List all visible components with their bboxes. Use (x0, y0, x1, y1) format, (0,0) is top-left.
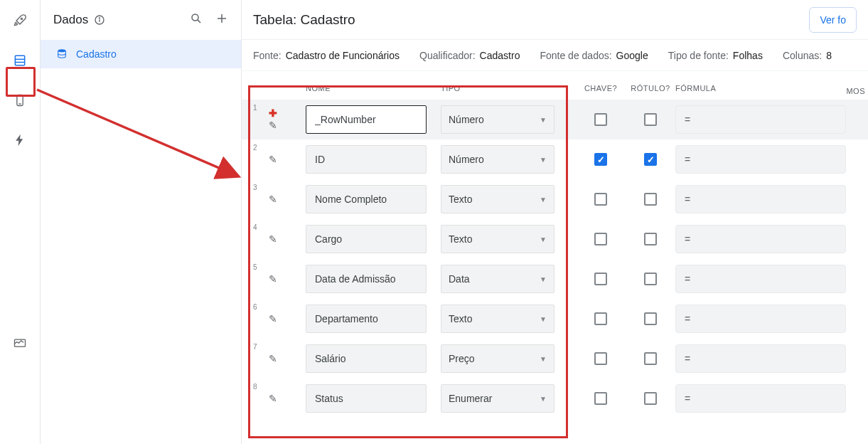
nav-rail (0, 0, 41, 444)
label-checkbox[interactable] (644, 153, 657, 166)
formula-field[interactable]: = (675, 185, 846, 213)
column-name-input[interactable] (306, 344, 427, 373)
col-tipo: TIPO (441, 84, 576, 92)
table-row: 1✚✎Número▼= (242, 100, 868, 139)
column-type-select[interactable]: Texto▼ (441, 305, 554, 333)
key-checkbox[interactable] (594, 153, 607, 166)
info-icon[interactable] (94, 14, 105, 26)
column-name-input[interactable] (306, 384, 427, 413)
bolt-icon[interactable] (9, 130, 31, 151)
svg-rect-1 (15, 56, 24, 65)
label-checkbox[interactable] (644, 273, 657, 285)
pencil-icon[interactable]: ✎ (269, 154, 277, 165)
type-label: Preço (449, 353, 475, 364)
row-actions: ✎ (264, 154, 306, 165)
key-checkbox[interactable] (594, 233, 607, 245)
formula-field[interactable]: = (675, 225, 846, 253)
meta-fonte-v: Cadastro de Funcionários (286, 50, 400, 61)
label-checkbox[interactable] (644, 392, 657, 405)
chevron-down-icon: ▼ (540, 116, 547, 124)
column-type-select[interactable]: Data▼ (441, 265, 554, 293)
add-icon[interactable] (215, 12, 228, 28)
type-label: Data (449, 273, 470, 285)
table-row: 6✎Texto▼= (242, 299, 868, 339)
row-actions: ✎ (264, 194, 306, 205)
meta-tf-k: Tipo de fonte: (668, 50, 729, 61)
col-chave: CHAVE? (576, 84, 626, 92)
table-row: 4✎Texto▼= (242, 219, 868, 259)
column-type-select[interactable]: Número▼ (441, 105, 554, 134)
label-checkbox[interactable] (644, 233, 657, 245)
label-checkbox[interactable] (644, 352, 657, 365)
svg-point-9 (100, 18, 100, 18)
chevron-down-icon: ▼ (540, 196, 547, 204)
pencil-icon[interactable]: ✎ (269, 120, 277, 131)
label-checkbox[interactable] (644, 193, 657, 206)
data-icon[interactable] (9, 50, 31, 71)
column-name-input[interactable] (306, 225, 427, 253)
row-number: 1 (253, 100, 264, 112)
pencil-icon[interactable]: ✎ (269, 273, 277, 285)
table-row: 2✎Número▼= (242, 139, 868, 179)
page-title: Tabela: Cadastro (253, 12, 355, 28)
meta-qual-k: Qualificador: (419, 50, 476, 61)
monitor-icon[interactable] (9, 333, 31, 354)
column-name-input[interactable] (306, 185, 427, 213)
col-nome: NOME (306, 84, 441, 92)
key-checkbox[interactable] (594, 392, 607, 405)
row-number: 7 (253, 339, 264, 351)
key-checkbox[interactable] (594, 352, 607, 365)
key-checkbox[interactable] (594, 193, 607, 206)
column-type-select[interactable]: Número▼ (441, 145, 554, 174)
column-type-select[interactable]: Texto▼ (441, 185, 554, 213)
meta-fonte-k: Fonte: (253, 50, 282, 61)
column-type-select[interactable]: Texto▼ (441, 225, 554, 253)
key-checkbox[interactable] (594, 273, 607, 285)
formula-field[interactable]: = (675, 344, 846, 373)
chevron-down-icon: ▼ (540, 315, 547, 323)
search-icon[interactable] (190, 12, 203, 28)
column-type-select[interactable]: Enumerar▼ (441, 384, 554, 413)
column-name-input[interactable] (306, 305, 427, 333)
database-icon (56, 48, 68, 60)
formula-field[interactable]: = (675, 105, 846, 134)
type-label: Enumerar (449, 393, 492, 404)
formula-field[interactable]: = (675, 305, 846, 333)
col-mostrar: MOS (846, 87, 865, 95)
table-row: 7✎Preço▼= (242, 339, 868, 379)
sidebar-item-cadastro[interactable]: Cadastro (41, 40, 241, 68)
label-checkbox[interactable] (644, 113, 657, 126)
column-name-input[interactable] (306, 145, 427, 174)
type-label: Texto (449, 194, 472, 205)
main-area: Tabela: Cadastro Ver fo Fonte:Cadastro d… (242, 0, 868, 444)
rocket-icon[interactable] (9, 10, 31, 31)
add-row-icon[interactable]: ✚ (269, 108, 277, 118)
formula-field[interactable]: = (675, 145, 846, 174)
pencil-icon[interactable]: ✎ (269, 353, 277, 364)
key-checkbox[interactable] (594, 113, 607, 126)
row-actions: ✎ (264, 353, 306, 364)
left-panel: Dados Cadastro (41, 0, 242, 444)
view-source-button[interactable]: Ver fo (809, 7, 857, 33)
pencil-icon[interactable]: ✎ (269, 194, 277, 205)
sidebar-item-label: Cadastro (76, 48, 117, 60)
phone-icon[interactable] (9, 90, 31, 111)
row-actions: ✎ (264, 233, 306, 245)
column-name-input[interactable] (306, 105, 427, 134)
type-label: Número (449, 114, 484, 125)
formula-field[interactable]: = (675, 265, 846, 293)
meta-row: Fonte:Cadastro de Funcionários Qualifica… (242, 40, 868, 71)
pencil-icon[interactable]: ✎ (269, 313, 277, 324)
row-number: 6 (253, 299, 264, 311)
key-checkbox[interactable] (594, 312, 607, 325)
formula-field[interactable]: = (675, 384, 846, 413)
pencil-icon[interactable]: ✎ (269, 233, 277, 245)
column-headers: NOME TIPO CHAVE? RÓTULO? FÓRMULA (242, 71, 868, 100)
main-header: Tabela: Cadastro Ver fo (242, 0, 868, 40)
pencil-icon[interactable]: ✎ (269, 393, 277, 404)
column-name-input[interactable] (306, 265, 427, 293)
column-type-select[interactable]: Preço▼ (441, 344, 554, 373)
row-number: 8 (253, 379, 264, 391)
svg-line-11 (198, 20, 200, 23)
label-checkbox[interactable] (644, 312, 657, 325)
